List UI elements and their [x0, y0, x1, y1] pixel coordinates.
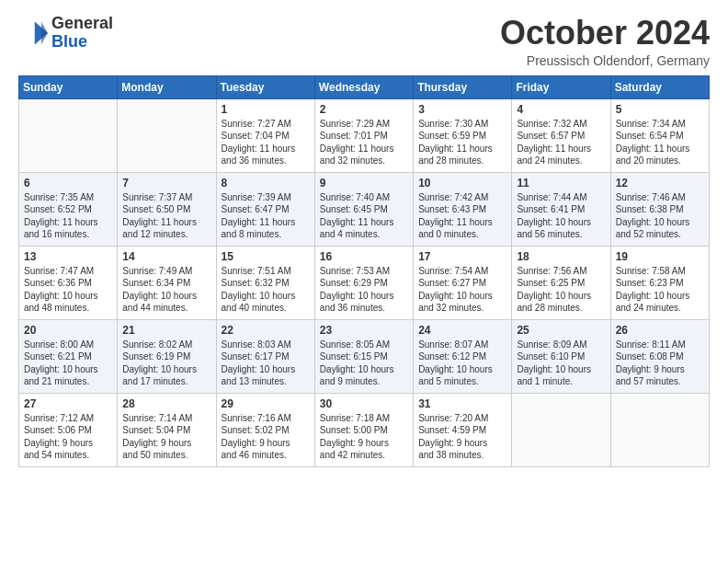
calendar-day-cell: 10Sunrise: 7:42 AM Sunset: 6:43 PM Dayli… [414, 172, 512, 246]
calendar-day-cell: 20Sunrise: 8:00 AM Sunset: 6:21 PM Dayli… [19, 319, 118, 393]
calendar-week-row: 1Sunrise: 7:27 AM Sunset: 7:04 PM Daylig… [19, 98, 710, 172]
logo-line2: Blue [51, 33, 113, 52]
svg-marker-1 [41, 21, 48, 44]
logo-line1: General [51, 15, 113, 33]
calendar-day-cell: 7Sunrise: 7:37 AM Sunset: 6:50 PM Daylig… [118, 172, 216, 246]
calendar-day-cell: 1Sunrise: 7:27 AM Sunset: 7:04 PM Daylig… [216, 98, 314, 172]
day-number: 9 [320, 177, 408, 190]
calendar-day-cell: 18Sunrise: 7:56 AM Sunset: 6:25 PM Dayli… [512, 246, 610, 319]
month-title: October 2024 [500, 15, 710, 52]
day-info: Sunrise: 7:46 AM Sunset: 6:38 PM Dayligh… [616, 191, 704, 241]
day-number: 24 [418, 324, 506, 337]
day-number: 8 [222, 177, 310, 190]
day-info: Sunrise: 7:44 AM Sunset: 6:41 PM Dayligh… [517, 191, 605, 241]
day-number: 15 [222, 250, 310, 263]
day-number: 21 [122, 324, 210, 337]
calendar-day-cell: 5Sunrise: 7:34 AM Sunset: 6:54 PM Daylig… [610, 98, 709, 172]
day-number: 19 [616, 250, 704, 263]
day-number: 6 [24, 177, 112, 190]
calendar-day-cell [512, 393, 610, 466]
day-number: 29 [222, 397, 310, 410]
day-number: 31 [418, 397, 506, 410]
calendar-week-row: 13Sunrise: 7:47 AM Sunset: 6:36 PM Dayli… [19, 246, 710, 319]
logo: General Blue [18, 15, 113, 52]
day-info: Sunrise: 7:30 AM Sunset: 6:59 PM Dayligh… [418, 118, 506, 167]
day-info: Sunrise: 7:47 AM Sunset: 6:36 PM Dayligh… [24, 265, 112, 315]
calendar-day-header: Friday [512, 75, 610, 98]
calendar-day-cell: 8Sunrise: 7:39 AM Sunset: 6:47 PM Daylig… [216, 172, 314, 246]
day-number: 7 [122, 177, 210, 190]
calendar-day-cell: 3Sunrise: 7:30 AM Sunset: 6:59 PM Daylig… [414, 98, 512, 172]
calendar-day-cell: 11Sunrise: 7:44 AM Sunset: 6:41 PM Dayli… [512, 172, 610, 246]
calendar-day-cell [19, 98, 118, 172]
calendar-day-cell: 15Sunrise: 7:51 AM Sunset: 6:32 PM Dayli… [216, 246, 314, 319]
day-info: Sunrise: 7:56 AM Sunset: 6:25 PM Dayligh… [517, 265, 605, 315]
day-info: Sunrise: 8:11 AM Sunset: 6:08 PM Dayligh… [616, 339, 704, 388]
day-info: Sunrise: 7:51 AM Sunset: 6:32 PM Dayligh… [222, 265, 310, 315]
calendar-day-cell: 16Sunrise: 7:53 AM Sunset: 6:29 PM Dayli… [314, 246, 413, 319]
calendar-day-header: Thursday [414, 75, 512, 98]
day-number: 30 [320, 397, 408, 410]
day-info: Sunrise: 7:20 AM Sunset: 4:59 PM Dayligh… [418, 412, 506, 462]
day-number: 14 [122, 250, 210, 263]
day-info: Sunrise: 7:34 AM Sunset: 6:54 PM Dayligh… [616, 118, 704, 167]
calendar-week-row: 27Sunrise: 7:12 AM Sunset: 5:06 PM Dayli… [19, 393, 710, 466]
day-info: Sunrise: 7:12 AM Sunset: 5:06 PM Dayligh… [24, 412, 112, 462]
calendar-day-cell: 28Sunrise: 7:14 AM Sunset: 5:04 PM Dayli… [118, 393, 216, 466]
day-info: Sunrise: 8:09 AM Sunset: 6:10 PM Dayligh… [517, 339, 605, 388]
calendar-day-header: Saturday [610, 75, 709, 98]
day-info: Sunrise: 7:35 AM Sunset: 6:52 PM Dayligh… [24, 191, 112, 241]
day-info: Sunrise: 7:40 AM Sunset: 6:45 PM Dayligh… [320, 191, 408, 241]
day-info: Sunrise: 8:07 AM Sunset: 6:12 PM Dayligh… [418, 339, 506, 388]
day-info: Sunrise: 7:54 AM Sunset: 6:27 PM Dayligh… [418, 265, 506, 315]
subtitle: Preussisch Oldendorf, Germany [500, 53, 710, 68]
day-number: 13 [24, 250, 112, 263]
day-info: Sunrise: 7:18 AM Sunset: 5:00 PM Dayligh… [320, 412, 408, 462]
day-number: 22 [222, 324, 310, 337]
calendar-day-cell: 23Sunrise: 8:05 AM Sunset: 6:15 PM Dayli… [314, 319, 413, 393]
day-number: 20 [24, 324, 112, 337]
calendar-day-cell: 9Sunrise: 7:40 AM Sunset: 6:45 PM Daylig… [314, 172, 413, 246]
day-info: Sunrise: 7:32 AM Sunset: 6:57 PM Dayligh… [517, 118, 605, 167]
day-number: 26 [616, 324, 704, 337]
calendar-table: SundayMondayTuesdayWednesdayThursdayFrid… [18, 75, 710, 467]
day-number: 10 [418, 177, 506, 190]
calendar-day-cell: 17Sunrise: 7:54 AM Sunset: 6:27 PM Dayli… [414, 246, 512, 319]
day-number: 1 [222, 103, 310, 116]
logo-icon [18, 18, 48, 48]
day-info: Sunrise: 8:00 AM Sunset: 6:21 PM Dayligh… [24, 339, 112, 388]
day-number: 2 [320, 103, 408, 116]
day-number: 28 [122, 397, 210, 410]
calendar-day-cell [610, 393, 709, 466]
day-info: Sunrise: 7:37 AM Sunset: 6:50 PM Dayligh… [122, 191, 210, 241]
day-info: Sunrise: 7:49 AM Sunset: 6:34 PM Dayligh… [122, 265, 210, 315]
title-section: October 2024 Preussisch Oldendorf, Germa… [500, 15, 710, 68]
calendar-day-cell: 30Sunrise: 7:18 AM Sunset: 5:00 PM Dayli… [314, 393, 413, 466]
calendar-day-header: Monday [118, 75, 216, 98]
calendar-day-cell: 22Sunrise: 8:03 AM Sunset: 6:17 PM Dayli… [216, 319, 314, 393]
day-number: 4 [517, 103, 605, 116]
day-info: Sunrise: 7:53 AM Sunset: 6:29 PM Dayligh… [320, 265, 408, 315]
calendar-day-cell: 13Sunrise: 7:47 AM Sunset: 6:36 PM Dayli… [19, 246, 118, 319]
day-number: 23 [320, 324, 408, 337]
day-info: Sunrise: 7:27 AM Sunset: 7:04 PM Dayligh… [222, 118, 310, 167]
calendar-day-cell: 26Sunrise: 8:11 AM Sunset: 6:08 PM Dayli… [610, 319, 709, 393]
calendar-day-cell: 6Sunrise: 7:35 AM Sunset: 6:52 PM Daylig… [19, 172, 118, 246]
day-number: 27 [24, 397, 112, 410]
day-number: 5 [616, 103, 704, 116]
calendar-day-cell: 29Sunrise: 7:16 AM Sunset: 5:02 PM Dayli… [216, 393, 314, 466]
calendar-day-cell: 25Sunrise: 8:09 AM Sunset: 6:10 PM Dayli… [512, 319, 610, 393]
day-number: 11 [517, 177, 605, 190]
calendar-page: General Blue October 2024 Preussisch Old… [0, 0, 728, 482]
day-info: Sunrise: 8:02 AM Sunset: 6:19 PM Dayligh… [122, 339, 210, 388]
calendar-day-cell: 31Sunrise: 7:20 AM Sunset: 4:59 PM Dayli… [414, 393, 512, 466]
day-info: Sunrise: 7:39 AM Sunset: 6:47 PM Dayligh… [222, 191, 310, 241]
day-number: 12 [616, 177, 704, 190]
calendar-week-row: 6Sunrise: 7:35 AM Sunset: 6:52 PM Daylig… [19, 172, 710, 246]
page-header: General Blue October 2024 Preussisch Old… [18, 15, 710, 68]
calendar-day-cell: 12Sunrise: 7:46 AM Sunset: 6:38 PM Dayli… [610, 172, 709, 246]
day-number: 17 [418, 250, 506, 263]
calendar-day-header: Tuesday [216, 75, 314, 98]
calendar-header-row: SundayMondayTuesdayWednesdayThursdayFrid… [19, 75, 710, 98]
day-number: 25 [517, 324, 605, 337]
